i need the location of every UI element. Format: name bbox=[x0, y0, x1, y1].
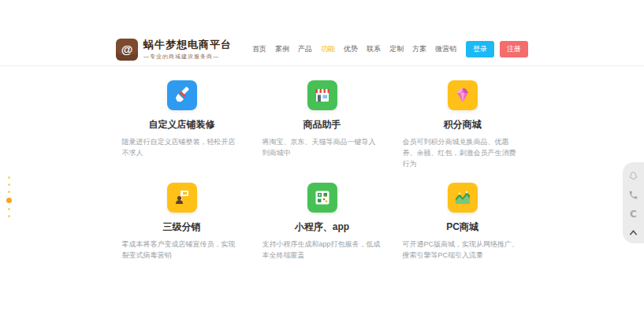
feature-title: 小程序、app bbox=[295, 220, 349, 234]
feature-desc: 随意进行自定义店铺整装，轻松开店不求人 bbox=[122, 137, 242, 159]
nav-item-home[interactable]: 首页 bbox=[252, 44, 266, 54]
nav-item-advantages[interactable]: 优势 bbox=[344, 44, 358, 54]
slide-dot[interactable] bbox=[8, 183, 10, 186]
slide-dot[interactable] bbox=[8, 176, 10, 179]
nav-item-contact[interactable]: 联系 bbox=[367, 44, 381, 54]
nav-item-solutions[interactable]: 方案 bbox=[412, 44, 426, 54]
feature-card-distribution[interactable]: 三级分销 零成本将客户变成店铺宣传员，实现裂变式病毒营销 bbox=[112, 183, 252, 261]
feature-desc: 将淘宝、京东、天猫等商品一键导入到商城中 bbox=[262, 137, 382, 159]
register-button[interactable]: 注册 bbox=[500, 41, 528, 57]
feature-card-miniprogram-app[interactable]: 小程序、app 支持小程序生成和app打包服务，低成本全终端覆盖 bbox=[252, 183, 393, 261]
feature-desc: 支持小程序生成和app打包服务，低成本全终端覆盖 bbox=[262, 239, 382, 261]
chart-icon bbox=[448, 183, 478, 213]
wechat-c-icon[interactable]: C bbox=[627, 208, 639, 220]
nav-item-micromarketing[interactable]: 微营销 bbox=[435, 44, 456, 54]
promoter-flag-icon bbox=[167, 183, 197, 213]
storefront-icon bbox=[307, 80, 337, 110]
paint-brush-icon bbox=[167, 80, 197, 110]
slide-dot-active[interactable] bbox=[6, 198, 12, 203]
slide-dots-nav bbox=[6, 176, 12, 217]
logo-text: 蜗牛梦想电商平台 —专业的商城建设服务商— bbox=[143, 38, 232, 61]
slide-dot[interactable] bbox=[8, 191, 10, 193]
feature-desc: 零成本将客户变成店铺宣传员，实现裂变式病毒营销 bbox=[122, 239, 242, 261]
nav-item-cases[interactable]: 案例 bbox=[275, 44, 289, 54]
feature-card-points-mall[interactable]: 积分商城 会员可到积分商城兑换商品、优惠券、余额、红包，刺激会员产生消费行为 bbox=[393, 80, 533, 170]
qq-icon[interactable] bbox=[627, 170, 639, 182]
nav-item-features[interactable]: 功能 bbox=[321, 44, 335, 54]
site-title: 蜗牛梦想电商平台 bbox=[143, 38, 232, 52]
nav-item-products[interactable]: 产品 bbox=[298, 44, 312, 54]
diamond-icon bbox=[448, 80, 478, 110]
features-section: 系统功能简介 system function introduction 自定义店… bbox=[0, 33, 644, 261]
feature-title: PC商城 bbox=[446, 220, 478, 234]
header: @ 蜗牛梦想电商平台 —专业的商城建设服务商— 首页 案例 产品 功能 优势 联… bbox=[0, 33, 644, 66]
main-nav: 首页 案例 产品 功能 优势 联系 定制 方案 微营销 bbox=[252, 44, 456, 54]
feature-card-shop-decoration[interactable]: 自定义店铺装修 随意进行自定义店铺整装，轻松开店不求人 bbox=[112, 80, 252, 170]
snail-logo-icon: @ bbox=[116, 39, 138, 61]
phone-icon[interactable] bbox=[627, 189, 639, 201]
feature-card-product-assistant[interactable]: 商品助手 将淘宝、京东、天猫等商品一键导入到商城中 bbox=[252, 80, 393, 170]
site-tagline: —专业的商城建设服务商— bbox=[143, 53, 232, 61]
logo[interactable]: @ 蜗牛梦想电商平台 —专业的商城建设服务商— bbox=[116, 38, 232, 61]
page: @ 蜗牛梦想电商平台 —专业的商城建设服务商— 首页 案例 产品 功能 优势 联… bbox=[0, 33, 644, 326]
feature-desc: 会员可到积分商城兑换商品、优惠券、余额、红包，刺激会员产生消费行为 bbox=[403, 137, 523, 170]
auth-buttons: 登录 注册 bbox=[466, 41, 528, 57]
feature-title: 三级分销 bbox=[163, 220, 201, 234]
qr-code-icon bbox=[307, 183, 337, 213]
floating-toolbar: C bbox=[623, 162, 644, 243]
feature-desc: 可开通PC版商城，实现从网络推广、搜索引擎等PC端引入流量 bbox=[403, 239, 523, 261]
nav-item-custom[interactable]: 定制 bbox=[389, 44, 404, 54]
feature-grid: 自定义店铺装修 随意进行自定义店铺整装，轻松开店不求人 商品助手 bbox=[0, 80, 644, 261]
slide-dot[interactable] bbox=[8, 208, 10, 210]
back-to-top-icon[interactable] bbox=[627, 227, 639, 239]
feature-card-pc-mall[interactable]: PC商城 可开通PC版商城，实现从网络推广、搜索引擎等PC端引入流量 bbox=[393, 183, 533, 261]
feature-title: 商品助手 bbox=[303, 118, 341, 132]
feature-title: 积分商城 bbox=[444, 118, 482, 132]
slide-dot[interactable] bbox=[8, 215, 10, 217]
login-button[interactable]: 登录 bbox=[466, 41, 494, 57]
feature-title: 自定义店铺装修 bbox=[149, 118, 215, 132]
